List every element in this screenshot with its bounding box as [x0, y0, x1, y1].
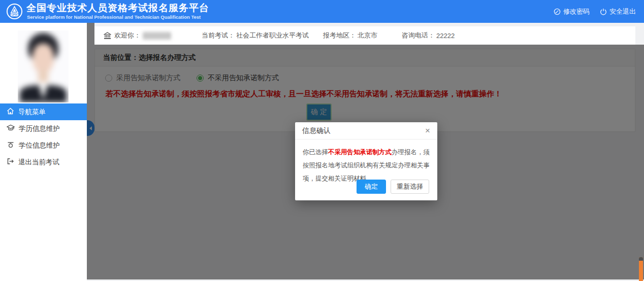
dialog-reselect-button[interactable]: 重新选择: [391, 180, 429, 194]
logout-link[interactable]: 安全退出: [600, 7, 636, 16]
welcome-bar: 欢迎你： 当前考试： 社会工作者职业水平考试 报考地区： 北京市 咨询电话： 2…: [94, 26, 635, 45]
dialog-footer: 确定 重新选择: [357, 180, 429, 194]
degree-icon: [7, 141, 15, 150]
dialog-title: 信息确认: [302, 126, 331, 135]
graduation-cap-icon: [7, 124, 15, 133]
user-photo: [18, 30, 69, 102]
sidebar-item-label: 学历信息维护: [19, 124, 60, 133]
sidebar-item-degree-info[interactable]: 学位信息维护: [0, 137, 87, 154]
confirmation-dialog: 信息确认 × 你已选择不采用告知承诺制方式办理报名，须按照报名地考试组织机构有关…: [295, 122, 437, 200]
sidebar-item-label: 导航菜单: [18, 108, 46, 117]
app-title: 全国专业技术人员资格考试报名服务平台: [26, 2, 209, 15]
current-exam-value: 社会工作者职业水平考试: [236, 31, 309, 40]
phone-value: 22222: [436, 32, 455, 40]
sidebar-menu: 导航菜单 学历信息维护 学位信息维护 退出当前考试: [0, 103, 87, 170]
app-subtitle: Service platform for National Profession…: [27, 14, 201, 20]
sidebar-item-nav-menu[interactable]: 导航菜单: [0, 103, 87, 120]
scrollbar-thumb[interactable]: [639, 257, 643, 281]
current-exam-label: 当前考试：: [202, 31, 235, 40]
region-value: 北京市: [358, 31, 377, 40]
cpta-logo-icon: CPTA: [6, 3, 23, 20]
bank-icon: [104, 32, 111, 40]
dialog-text-highlight: 不采用告知承诺制方式: [328, 149, 392, 156]
dialog-header: 信息确认 ×: [295, 122, 437, 139]
header-actions: 修改密码 安全退出: [554, 0, 636, 23]
dialog-ok-button[interactable]: 确定: [357, 180, 386, 194]
app-header: CPTA 全国专业技术人员资格考试报名服务平台 Service platform…: [0, 0, 644, 23]
sidebar-item-education-info[interactable]: 学历信息维护: [0, 120, 87, 137]
power-icon: [600, 8, 607, 15]
dialog-text-prefix: 你已选择: [303, 149, 328, 156]
change-password-link[interactable]: 修改密码: [554, 7, 590, 16]
phone-label: 咨询电话：: [402, 31, 435, 40]
svg-text:CPTA: CPTA: [12, 14, 18, 16]
modal-overlay-strip: [87, 23, 94, 45]
dialog-body-text: 你已选择不采用告知承诺制方式办理报名，须按照报名地考试组织机构有关规定办理相关事…: [295, 139, 437, 185]
page: CPTA 全国专业技术人员资格考试报名服务平台 Service platform…: [0, 0, 644, 281]
sidebar-item-label: 退出当前考试: [18, 158, 59, 167]
sidebar-item-label: 学位信息维护: [19, 141, 60, 150]
region-label: 报考地区：: [323, 31, 356, 40]
change-password-label: 修改密码: [563, 7, 590, 16]
exit-icon: [7, 158, 14, 166]
logout-label: 安全退出: [609, 7, 636, 16]
sidebar-item-exit-exam[interactable]: 退出当前考试: [0, 154, 87, 170]
welcome-label: 欢迎你：: [114, 31, 141, 40]
home-icon: [7, 108, 14, 116]
scrollbar-thumb-cap: [639, 257, 643, 261]
user-name-redacted: [143, 32, 171, 40]
close-icon[interactable]: ×: [425, 126, 430, 135]
edit-icon: [554, 8, 561, 15]
sidebar: 导航菜单 学历信息维护 学位信息维护 退出当前考试: [0, 23, 87, 281]
